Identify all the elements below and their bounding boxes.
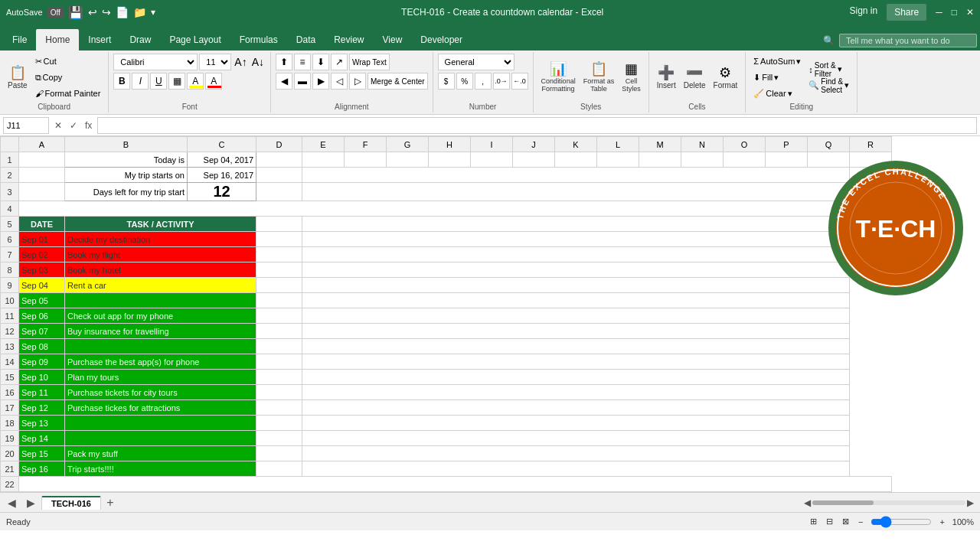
share-button[interactable]: Share <box>887 4 926 21</box>
cell-B1[interactable]: Today is <box>65 152 188 168</box>
col-header-Q[interactable]: Q <box>808 137 850 152</box>
clear-button[interactable]: 🧹 Clear ▾ <box>750 86 804 101</box>
cell-D11[interactable] <box>256 308 302 324</box>
cell-C1[interactable]: Sep 04, 2017 <box>188 152 256 168</box>
row-num-4[interactable]: 4 <box>1 201 19 217</box>
cell-D8[interactable] <box>256 262 302 278</box>
cell-D1[interactable] <box>256 152 302 168</box>
col-header-D[interactable]: D <box>256 137 302 152</box>
cell-B19[interactable] <box>65 431 256 446</box>
cell-D19[interactable] <box>256 431 302 446</box>
cell-D10[interactable] <box>256 293 302 308</box>
percent-button[interactable]: % <box>456 73 473 90</box>
bold-button[interactable]: B <box>113 73 130 90</box>
restore-icon[interactable]: □ <box>952 7 957 18</box>
cell-D15[interactable] <box>256 370 302 385</box>
cell-A13[interactable]: Sep 08 <box>19 339 65 354</box>
col-header-M[interactable]: M <box>639 137 681 152</box>
cell-A18[interactable]: Sep 13 <box>19 416 65 431</box>
tab-view[interactable]: View <box>374 29 412 51</box>
insert-button[interactable]: ➕ Insert <box>654 57 679 97</box>
increase-font-icon[interactable]: A↑ <box>233 56 248 68</box>
open-icon[interactable]: 📁 <box>133 6 146 18</box>
merge-center-button[interactable]: Merge & Center <box>368 73 428 90</box>
row-num-18[interactable]: 18 <box>1 416 19 431</box>
zoom-out-icon[interactable]: − <box>857 516 864 528</box>
cell-A21[interactable]: Sep 16 <box>19 461 65 477</box>
normal-view-icon[interactable]: ⊞ <box>808 515 818 528</box>
scroll-sheets-left[interactable]: ◀ <box>3 497 21 509</box>
row-num-16[interactable]: 16 <box>1 385 19 400</box>
cell-P1[interactable] <box>766 152 808 168</box>
page-layout-view-icon[interactable]: ⊠ <box>841 515 851 528</box>
row-num-21[interactable]: 21 <box>1 461 19 477</box>
cell-B2[interactable]: My trip starts on <box>65 168 188 183</box>
number-format-select[interactable]: General <box>438 54 514 70</box>
align-bottom-button[interactable]: ⬇ <box>312 54 329 70</box>
format-button[interactable]: ⚙ Format <box>710 57 741 97</box>
row-num-12[interactable]: 12 <box>1 324 19 339</box>
cell-H1[interactable] <box>429 152 471 168</box>
cell-A6[interactable]: Sep 01 <box>19 232 65 247</box>
cell-styles-button[interactable]: ▦ CellStyles <box>619 57 644 97</box>
col-header-C[interactable]: C <box>188 137 256 152</box>
scroll-right-icon[interactable]: ▶ <box>967 497 974 508</box>
cell-B8[interactable]: Book my hotel <box>65 262 256 278</box>
format-painter-button[interactable]: 🖌 Format Painter <box>32 86 104 101</box>
align-left-button[interactable]: ◀ <box>276 73 292 90</box>
minimize-icon[interactable]: ─ <box>936 7 942 18</box>
row-num-5[interactable]: 5 <box>1 217 19 232</box>
cell-B12[interactable]: Buy insurance for travelling <box>65 324 256 339</box>
paste-button[interactable]: 📋 Paste <box>5 57 31 97</box>
cell-D12[interactable] <box>256 324 302 339</box>
cell-D21[interactable] <box>256 461 302 477</box>
save-icon[interactable]: 💾 <box>68 5 83 20</box>
cell-M1[interactable] <box>639 152 681 168</box>
row-num-13[interactable]: 13 <box>1 339 19 354</box>
col-header-O[interactable]: O <box>724 137 766 152</box>
cell-B3[interactable]: Days left for my trip start <box>65 183 188 201</box>
cell-reference-box[interactable]: J11 <box>3 117 49 134</box>
scrollbar-thumb[interactable] <box>812 500 874 505</box>
cell-D16[interactable] <box>256 385 302 400</box>
autosum-dropdown-icon[interactable]: ▾ <box>796 57 801 67</box>
cell-B17[interactable]: Purchase tickes for attractions <box>65 400 256 416</box>
tab-insert[interactable]: Insert <box>79 29 120 51</box>
col-header-P[interactable]: P <box>766 137 808 152</box>
comma-button[interactable]: , <box>475 73 492 90</box>
row-num-11[interactable]: 11 <box>1 308 19 324</box>
cell-O1[interactable] <box>724 152 766 168</box>
align-middle-button[interactable]: ≡ <box>294 54 311 70</box>
wrap-text-button[interactable]: Wrap Text <box>349 54 390 70</box>
indent-more-button[interactable]: ▷ <box>349 73 366 90</box>
tab-file[interactable]: File <box>3 29 36 51</box>
cell-B18[interactable] <box>65 416 256 431</box>
tab-formulas[interactable]: Formulas <box>230 29 287 51</box>
delete-button[interactable]: ➖ Delete <box>681 57 709 97</box>
decimal-inc-button[interactable]: .0→ <box>493 73 510 90</box>
autosave-state[interactable]: Off <box>47 8 64 18</box>
cell-B13[interactable] <box>65 339 256 354</box>
cell-D3[interactable] <box>256 183 302 201</box>
autosum-button[interactable]: Σ AutoSum ▾ <box>750 54 804 69</box>
col-header-J[interactable]: J <box>513 137 555 152</box>
col-header-F[interactable]: F <box>345 137 387 152</box>
col-header-I[interactable]: I <box>471 137 513 152</box>
cell-F1[interactable] <box>345 152 387 168</box>
cell-B5[interactable]: TASK / ACTIVITY <box>65 217 256 232</box>
cell-A11[interactable]: Sep 06 <box>19 308 65 324</box>
col-header-L[interactable]: L <box>597 137 639 152</box>
cell-A17[interactable]: Sep 12 <box>19 400 65 416</box>
cell-D2[interactable] <box>256 168 302 183</box>
row-num-15[interactable]: 15 <box>1 370 19 385</box>
cell-A15[interactable]: Sep 10 <box>19 370 65 385</box>
insert-function-icon[interactable]: fx <box>83 120 94 131</box>
row-num-14[interactable]: 14 <box>1 354 19 370</box>
decrease-font-icon[interactable]: A↓ <box>250 56 266 68</box>
confirm-formula-icon[interactable]: ✓ <box>67 120 80 131</box>
fill-button[interactable]: ⬇ Fill ▾ <box>750 70 804 85</box>
cell-D13[interactable] <box>256 339 302 354</box>
cell-N1[interactable] <box>681 152 724 168</box>
page-break-view-icon[interactable]: ⊟ <box>825 515 835 528</box>
zoom-in-icon[interactable]: + <box>938 516 946 528</box>
